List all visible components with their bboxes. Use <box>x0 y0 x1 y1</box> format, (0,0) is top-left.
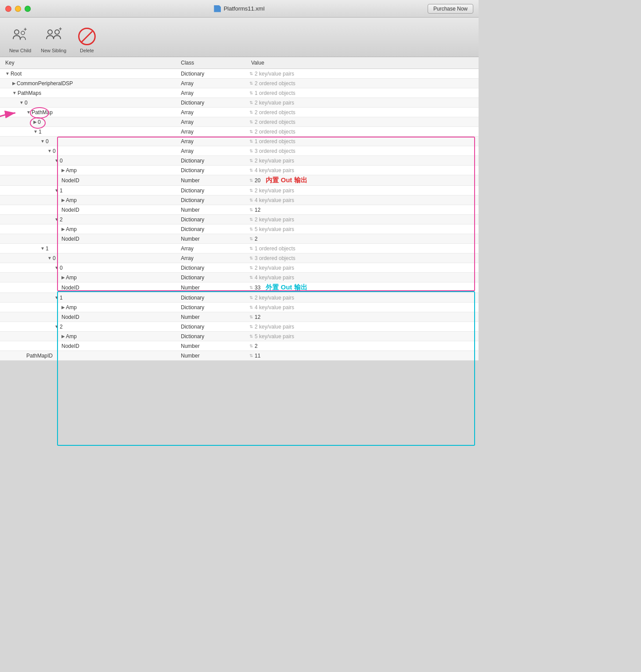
table-row: 0Array⇅3 ordered objects <box>0 253 479 263</box>
updown-icon: ⇅ <box>249 246 253 251</box>
expand-triangle[interactable] <box>61 275 65 280</box>
value-text: 2 ordered objects <box>255 109 295 116</box>
table-row: PathMapsArray⇅1 ordered objects <box>0 88 479 98</box>
value-text: 2 key/value pairs <box>255 158 294 164</box>
class-cell: Dictionary <box>179 295 249 301</box>
class-cell: Dictionary <box>179 71 249 77</box>
key-column-header: Key <box>4 59 179 67</box>
updown-icon: ⇅ <box>249 198 253 202</box>
new-sibling-label: New Sibling <box>41 48 66 53</box>
svg-text:+: + <box>59 27 62 32</box>
expand-triangle[interactable] <box>5 71 10 76</box>
titlebar: Platforms11.xml Purchase Now <box>0 0 479 18</box>
class-cell: Array <box>179 129 249 135</box>
key-text: NodeID <box>61 285 79 291</box>
class-cell: Dictionary <box>179 158 249 164</box>
expand-triangle[interactable] <box>40 139 45 144</box>
expand-triangle[interactable] <box>54 158 59 163</box>
updown-icon: ⇅ <box>249 295 253 300</box>
svg-text:+: + <box>24 27 27 33</box>
delete-button[interactable]: Delete <box>74 27 100 53</box>
expand-triangle[interactable] <box>12 90 17 95</box>
table-row: 2Dictionary⇅2 key/value pairs <box>0 322 479 332</box>
maximize-button[interactable] <box>25 6 31 12</box>
value-cell: ⇅1 ordered objects <box>249 90 475 96</box>
key-text: 0 <box>25 100 28 106</box>
updown-icon: ⇅ <box>249 236 253 241</box>
class-cell: Dictionary <box>179 265 249 271</box>
key-cell: 1 <box>4 129 179 135</box>
key-cell: 1 <box>4 188 179 194</box>
class-cell: Array <box>179 109 249 116</box>
expand-triangle[interactable] <box>61 334 65 339</box>
expand-triangle[interactable] <box>54 295 59 300</box>
updown-icon: ⇅ <box>249 129 253 134</box>
key-cell: Amp <box>4 167 179 173</box>
value-number: 2 <box>255 236 258 242</box>
table-row: 2Dictionary⇅2 key/value pairs <box>0 215 479 224</box>
key-text: 0 <box>60 265 63 271</box>
class-cell: Array <box>179 80 249 87</box>
expand-triangle[interactable] <box>19 100 24 105</box>
minimize-button[interactable] <box>15 6 21 12</box>
key-cell: Amp <box>4 275 179 281</box>
key-cell: Amp <box>4 226 179 232</box>
expand-triangle[interactable] <box>61 168 65 173</box>
updown-icon: ⇅ <box>249 71 253 76</box>
key-text: 0 <box>38 119 41 125</box>
value-text: 2 ordered objects <box>255 80 295 87</box>
key-text: Amp <box>66 167 77 173</box>
expand-triangle[interactable] <box>47 256 52 260</box>
expand-triangle[interactable] <box>54 188 59 193</box>
expand-triangle[interactable] <box>12 81 16 86</box>
expand-triangle[interactable] <box>54 265 59 270</box>
expand-triangle[interactable] <box>33 129 38 134</box>
updown-icon: ⇅ <box>249 139 253 144</box>
window-buttons <box>5 6 31 12</box>
updown-icon: ⇅ <box>249 188 253 193</box>
value-column-header: Value <box>249 59 475 67</box>
key-text: 1 <box>60 295 63 301</box>
purchase-button[interactable]: Purchase Now <box>428 4 473 14</box>
expand-triangle[interactable] <box>61 198 65 202</box>
class-cell: Dictionary <box>179 167 249 173</box>
class-cell: Number <box>179 314 249 320</box>
value-text: 1 ordered objects <box>255 246 295 252</box>
new-child-icon: + <box>11 27 30 46</box>
updown-icon: ⇅ <box>249 110 253 115</box>
key-cell: 0 <box>4 119 179 125</box>
value-cell: ⇅2 key/value pairs <box>249 158 475 164</box>
key-text: NodeID <box>61 177 79 184</box>
value-text: 2 ordered objects <box>255 129 295 135</box>
expand-triangle[interactable] <box>61 227 65 231</box>
key-cell: 1 <box>4 246 179 252</box>
key-text: 2 <box>60 217 63 223</box>
delete-label: Delete <box>80 48 94 53</box>
expand-triangle[interactable] <box>40 246 45 251</box>
table-row: PathMapIDNumber⇅11 <box>0 351 479 361</box>
key-cell: NodeID <box>4 177 179 184</box>
value-cell: ⇅2 ordered objects <box>249 129 475 135</box>
value-text: 2 key/value pairs <box>255 188 294 194</box>
key-cell: 0 <box>4 265 179 271</box>
new-child-button[interactable]: + New Child <box>7 27 33 53</box>
table-row: NodeIDNumber⇅2 <box>0 234 479 244</box>
expand-triangle[interactable] <box>61 305 65 310</box>
value-cell: ⇅2 key/value pairs <box>249 324 475 330</box>
key-text: Amp <box>66 275 77 281</box>
key-cell: 1 <box>4 295 179 301</box>
new-sibling-button[interactable]: + New Sibling <box>40 27 67 53</box>
close-button[interactable] <box>5 6 11 12</box>
expand-triangle[interactable] <box>47 148 52 153</box>
updown-icon: ⇅ <box>249 168 253 173</box>
expand-triangle[interactable] <box>26 110 31 115</box>
expand-triangle[interactable] <box>54 324 59 329</box>
expand-triangle[interactable] <box>33 119 37 124</box>
table-row: 1Dictionary⇅2 key/value pairs <box>0 293 479 303</box>
value-cell: ⇅1 ordered objects <box>249 138 475 145</box>
expand-triangle[interactable] <box>54 217 59 222</box>
value-text: 1 ordered objects <box>255 90 295 96</box>
class-cell: Array <box>179 138 249 145</box>
value-text: 2 key/value pairs <box>255 100 294 106</box>
class-cell: Array <box>179 246 249 252</box>
